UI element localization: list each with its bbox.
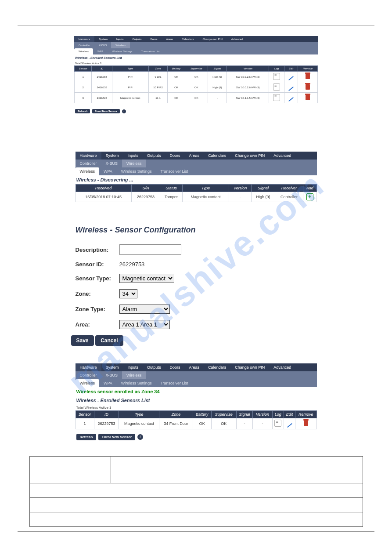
subtab-wireless-settings[interactable]: Wireless Settings [117,379,156,387]
nav-tab-change-own-pin[interactable]: Change own PIN [230,363,269,371]
log-icon[interactable] [273,83,280,91]
subtab-wireless[interactable]: Wireless [74,48,93,54]
subtab-wpa[interactable]: WPA [99,379,117,387]
sensor-type-select[interactable]: Magnetic contact [119,274,174,283]
log-cell[interactable] [272,418,284,429]
footer-left: © Vanderbilt 2018 [18,548,52,555]
table-row: 12416084PIR9 pir1OKOKHigh (9)SW 10.0.2.6… [75,72,318,82]
zone-type-select[interactable]: Alarm [119,305,170,314]
edit-cell[interactable] [284,418,295,429]
nav-tab-controller[interactable]: Controller [76,160,101,167]
edit-icon[interactable] [287,423,292,428]
label-sensor-id: Sensor ID: [76,261,119,268]
nav-tab-system[interactable]: System [94,36,112,42]
nav-tab-change-own-pin[interactable]: Change own PIN [198,36,227,42]
edit-icon[interactable] [288,76,294,80]
info-icon[interactable]: i [137,434,143,440]
doc-cell-title: Discover a sensor [29,457,111,483]
doc-step-3: 2. To add the sensor, click the + button… [29,512,363,527]
remove-cell[interactable] [295,418,316,429]
nav-tab-outputs[interactable]: Outputs [143,363,165,371]
area-select[interactable]: Area 1 Area 1 [119,320,170,329]
nav-tab-advanced[interactable]: Advanced [227,36,248,42]
doc-step-1: 1. Activate a sensor. See pg.1 for infor… [29,483,363,498]
nav-tab-doors[interactable]: Doors [165,363,185,371]
log-icon[interactable] [273,94,280,101]
nav-tab-wireless[interactable]: Wireless [111,42,130,48]
nav-tab-change-own-pin[interactable]: Change own PIN [230,152,269,160]
description-input[interactable] [119,244,181,255]
subtab-transceiver-list[interactable]: Transceiver List [137,48,164,54]
nav-tab-controller[interactable]: Controller [74,42,94,48]
zone-select[interactable]: 34 [119,289,137,298]
cell-add[interactable]: + [303,192,316,202]
table-row: 32416826Magnetic contact11 1OKOK-SW 10.1… [75,93,318,103]
cell-sn: 26229753 [131,192,160,202]
nav-tab-inputs[interactable]: Inputs [123,363,143,371]
nav-tab-x-bus[interactable]: X-BUS [94,42,111,48]
nav-tab-controller[interactable]: Controller [76,371,101,379]
subtab-wpa[interactable]: WPA [99,167,117,175]
nav-tab-hardware[interactable]: Hardware [74,36,94,42]
nav-tab-areas[interactable]: Areas [185,363,204,371]
value-sensor-id: 26229753 [119,261,145,268]
nav-tab-calendars[interactable]: Calendars [204,152,230,160]
nav-tab-doors[interactable]: Doors [146,36,162,42]
nav-tab-advanced[interactable]: Advanced [269,152,295,160]
add-icon[interactable]: + [306,193,313,200]
trash-icon[interactable] [304,421,308,426]
save-button[interactable]: Save [71,335,94,346]
nav-tab-inputs[interactable]: Inputs [112,36,128,42]
refresh-button[interactable]: Refresh [75,109,90,113]
trash-icon[interactable] [306,84,310,90]
nav-tab-advanced[interactable]: Advanced [269,363,295,371]
trash-icon[interactable] [306,95,310,100]
bottom-rule [18,531,374,532]
subtab-wpa[interactable]: WPA [93,48,108,54]
nav-tab-x-bus[interactable]: X-BUS [101,371,122,379]
edit-icon[interactable] [288,97,294,102]
nav-tab-system[interactable]: System [101,152,123,160]
log-icon[interactable] [274,420,281,427]
nav-tab-x-bus[interactable]: X-BUS [101,160,122,167]
cancel-button[interactable]: Cancel [95,335,123,346]
nav-tab-inputs[interactable]: Inputs [123,152,143,160]
table-row: 1 26229753 Magnetic contact 34 Front Doo… [76,418,316,429]
nav-tab-calendars[interactable]: Calendars [177,36,198,42]
nav-tab-areas[interactable]: Areas [162,36,177,42]
log-icon[interactable] [273,73,280,80]
nav-tab-doors[interactable]: Doors [165,152,185,160]
subtab-transceiver-list[interactable]: Transceiver List [156,167,192,175]
cell-received: 15/05/2018 07:10:45 [76,192,131,202]
nav-tab-outputs[interactable]: Outputs [128,36,146,42]
enrol-new-sensor-button[interactable]: Enrol New Sensor [92,109,120,113]
nav-tab-calendars[interactable]: Calendars [204,363,230,371]
info-icon[interactable]: i [122,109,126,113]
subtab-transceiver-list[interactable]: Transceiver List [156,379,192,387]
subtab-wireless[interactable]: Wireless [76,167,100,175]
doc-steps-table: Discover a sensor To discover a sensor: … [29,456,363,527]
nav-tab-hardware[interactable]: Hardware [76,152,101,160]
label-sensor-type: Sensor Type: [76,275,119,282]
nav-tab-system[interactable]: System [101,363,123,371]
nav-tab-outputs[interactable]: Outputs [143,152,165,160]
screenshot-enrolled-list-top: HardwareSystemInputsOutputsDoorsAreasCal… [74,36,318,116]
section-title-1: Wireless - Enrolled Sensors List [74,54,318,61]
cell-type: Magnetic contact [183,192,229,202]
enrol-new-sensor-button[interactable]: Enrol New Sensor [98,434,135,440]
doc-cell-desc: To discover a sensor: Click the Enrol Ne… [111,457,363,483]
trash-icon[interactable] [306,74,310,79]
subtab-wireless-settings[interactable]: Wireless Settings [117,167,156,175]
subtab-wireless-settings[interactable]: Wireless Settings [108,48,137,54]
nav-tab-areas[interactable]: Areas [185,152,204,160]
refresh-button[interactable]: Refresh [76,434,97,440]
nav-tab-wireless[interactable]: Wireless [122,160,146,167]
subtab-wireless[interactable]: Wireless [76,379,100,387]
nav-tab-hardware[interactable]: Hardware [76,363,101,371]
edit-icon[interactable] [288,86,294,91]
label-description: Description: [76,247,119,253]
table-row: 22416638PIR10 PIR2OKOKHigh (9)SW 10.0.2.… [75,82,318,93]
nav-tab-wireless[interactable]: Wireless [122,371,146,379]
cell-signal: High (9) [252,192,275,202]
cell-status: Tamper [160,192,183,202]
